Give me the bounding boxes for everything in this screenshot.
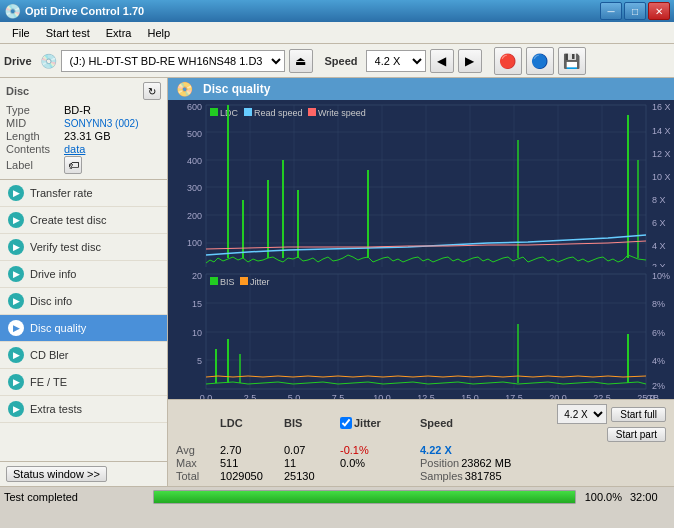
svg-text:100: 100 bbox=[187, 238, 202, 248]
sidebar-item-extra-tests[interactable]: ▶ Extra tests bbox=[0, 396, 167, 423]
svg-rect-47 bbox=[244, 108, 252, 116]
svg-text:15.0: 15.0 bbox=[461, 393, 479, 400]
sidebar-item-disc-info[interactable]: ▶ Disc info bbox=[0, 288, 167, 315]
eject-button[interactable]: ⏏ bbox=[289, 49, 313, 73]
svg-text:4%: 4% bbox=[652, 356, 665, 366]
svg-text:20: 20 bbox=[192, 271, 202, 281]
svg-text:600: 600 bbox=[187, 102, 202, 112]
position-val: 23862 MB bbox=[461, 457, 511, 469]
drive-label: Drive bbox=[4, 55, 32, 67]
transfer-rate-icon: ▶ bbox=[8, 185, 24, 201]
nav-menu: ▶ Transfer rate ▶ Create test disc ▶ Ver… bbox=[0, 180, 167, 423]
sidebar-item-transfer-rate[interactable]: ▶ Transfer rate bbox=[0, 180, 167, 207]
svg-text:2.5: 2.5 bbox=[244, 393, 257, 400]
chart-title: Disc quality bbox=[203, 82, 270, 96]
disc-section-label: Disc bbox=[6, 85, 29, 97]
disc-contents-key: Contents bbox=[6, 143, 64, 155]
svg-text:16 X: 16 X bbox=[652, 102, 671, 112]
progress-bar bbox=[154, 491, 576, 503]
sidebar-item-label: Transfer rate bbox=[30, 187, 93, 199]
bookmark-button[interactable]: 🔴 bbox=[494, 47, 522, 75]
menu-starttest[interactable]: Start test bbox=[38, 25, 98, 41]
jitter-checkbox[interactable] bbox=[340, 417, 352, 429]
svg-text:14 X: 14 X bbox=[652, 126, 671, 136]
svg-text:5: 5 bbox=[197, 356, 202, 366]
disc-panel: Disc ↻ Type BD-R MID SONYNN3 (002) Lengt… bbox=[0, 78, 167, 180]
app-icon: 💿 bbox=[4, 3, 21, 19]
svg-text:20.0: 20.0 bbox=[549, 393, 567, 400]
charts-container: 600 500 400 300 200 100 16 X 14 X 12 X 1… bbox=[168, 100, 674, 399]
sidebar: Disc ↻ Type BD-R MID SONYNN3 (002) Lengt… bbox=[0, 78, 168, 486]
svg-text:17.5: 17.5 bbox=[505, 393, 523, 400]
disc-refresh-button[interactable]: ↻ bbox=[143, 82, 161, 100]
status-window-button[interactable]: Status window >> bbox=[6, 466, 107, 482]
drive-selector[interactable]: (J:) HL-DT-ST BD-RE WH16NS48 1.D3 bbox=[61, 50, 285, 72]
chart-icon: 📀 bbox=[176, 81, 193, 97]
speed-next-button[interactable]: ▶ bbox=[458, 49, 482, 73]
app-title: Opti Drive Control 1.70 bbox=[25, 5, 144, 17]
svg-text:4 X: 4 X bbox=[652, 241, 666, 251]
sidebar-item-verify-test-disc[interactable]: ▶ Verify test disc bbox=[0, 234, 167, 261]
svg-text:10 X: 10 X bbox=[652, 172, 671, 182]
disc-label-button[interactable]: 🏷 bbox=[64, 156, 82, 174]
svg-text:22.5: 22.5 bbox=[593, 393, 611, 400]
disc-quality-icon: ▶ bbox=[8, 320, 24, 336]
svg-text:Jitter: Jitter bbox=[250, 277, 270, 287]
total-bis-val: 25130 bbox=[284, 470, 332, 482]
drive-icon: 💿 bbox=[40, 53, 57, 69]
chart-header: 📀 Disc quality bbox=[168, 78, 674, 100]
svg-text:10%: 10% bbox=[652, 271, 670, 281]
stats-col-speed: Speed bbox=[420, 417, 480, 429]
svg-text:Write speed: Write speed bbox=[318, 108, 366, 118]
disc-type-key: Type bbox=[6, 104, 64, 116]
sidebar-item-cd-bler[interactable]: ▶ CD Bler bbox=[0, 342, 167, 369]
sidebar-item-label: Extra tests bbox=[30, 403, 82, 415]
menubar: File Start test Extra Help bbox=[0, 22, 674, 44]
disc-contents-val[interactable]: data bbox=[64, 143, 85, 155]
upper-chart: 600 500 400 300 200 100 16 X 14 X 12 X 1… bbox=[168, 100, 674, 267]
svg-text:LDC: LDC bbox=[220, 108, 239, 118]
svg-text:8%: 8% bbox=[652, 299, 665, 309]
sidebar-item-disc-quality[interactable]: ▶ Disc quality bbox=[0, 315, 167, 342]
sidebar-item-fe-te[interactable]: ▶ FE / TE bbox=[0, 369, 167, 396]
total-label: Total bbox=[176, 470, 220, 482]
svg-text:12.5: 12.5 bbox=[417, 393, 435, 400]
stats-col-ldc: LDC bbox=[220, 417, 284, 429]
sidebar-item-label: CD Bler bbox=[30, 349, 69, 361]
svg-text:500: 500 bbox=[187, 129, 202, 139]
save-button[interactable]: 💾 bbox=[558, 47, 586, 75]
disc-mid-val: SONYNN3 (002) bbox=[64, 118, 138, 129]
content-area: 📀 Disc quality bbox=[168, 78, 674, 486]
disc-length-key: Length bbox=[6, 130, 64, 142]
svg-text:12 X: 12 X bbox=[652, 149, 671, 159]
menu-help[interactable]: Help bbox=[139, 25, 178, 41]
restore-button[interactable]: □ bbox=[624, 2, 646, 20]
menu-file[interactable]: File bbox=[4, 25, 38, 41]
start-full-button[interactable]: Start full bbox=[611, 407, 666, 422]
svg-rect-49 bbox=[308, 108, 316, 116]
position-label: Position bbox=[420, 457, 459, 469]
speed-dropdown-stats[interactable]: 4.2 X bbox=[557, 404, 607, 424]
sidebar-item-drive-info[interactable]: ▶ Drive info bbox=[0, 261, 167, 288]
minimize-button[interactable]: ─ bbox=[600, 2, 622, 20]
progress-bar-container bbox=[153, 490, 577, 504]
create-test-disc-icon: ▶ bbox=[8, 212, 24, 228]
sidebar-item-label: Disc quality bbox=[30, 322, 86, 334]
svg-text:5.0: 5.0 bbox=[288, 393, 301, 400]
info-button[interactable]: 🔵 bbox=[526, 47, 554, 75]
svg-text:BIS: BIS bbox=[220, 277, 235, 287]
close-button[interactable]: ✕ bbox=[648, 2, 670, 20]
main-layout: Disc ↻ Type BD-R MID SONYNN3 (002) Lengt… bbox=[0, 78, 674, 486]
speed-label: Speed bbox=[325, 55, 358, 67]
titlebar: 💿 Opti Drive Control 1.70 ─ □ ✕ bbox=[0, 0, 674, 22]
cd-bler-icon: ▶ bbox=[8, 347, 24, 363]
disc-info-icon: ▶ bbox=[8, 293, 24, 309]
menu-extra[interactable]: Extra bbox=[98, 25, 140, 41]
start-part-button[interactable]: Start part bbox=[607, 427, 666, 442]
sidebar-item-create-test-disc[interactable]: ▶ Create test disc bbox=[0, 207, 167, 234]
progress-time: 32:00 bbox=[630, 491, 670, 503]
speed-prev-button[interactable]: ◀ bbox=[430, 49, 454, 73]
disc-type-val: BD-R bbox=[64, 104, 91, 116]
speed-selector[interactable]: 4.2 X MAX 1 X 2 X 4 X 6 X 8 X bbox=[366, 50, 426, 72]
stats-col-bis: BIS bbox=[284, 417, 332, 429]
